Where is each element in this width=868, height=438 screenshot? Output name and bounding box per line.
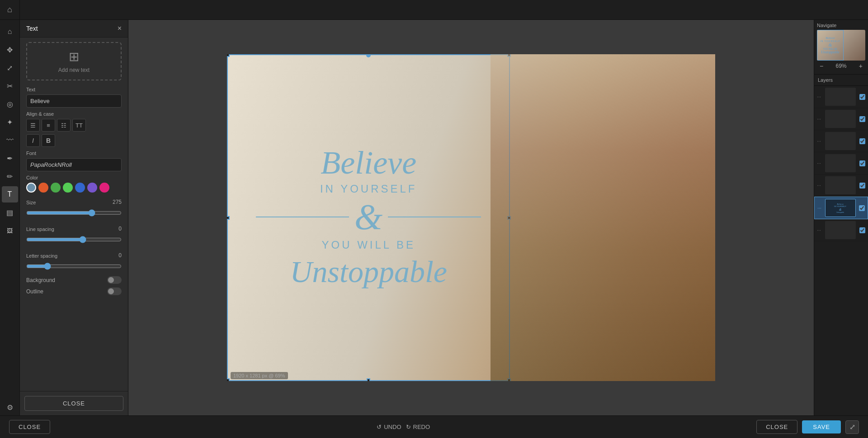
text-input[interactable]: [26, 94, 122, 108]
tool-eyedropper[interactable]: ✒: [2, 150, 18, 166]
tool-filter[interactable]: ◎: [2, 96, 18, 112]
color-swatch-3[interactable]: [63, 183, 73, 193]
size-slider[interactable]: [26, 209, 122, 217]
add-text-icon: ⊞: [69, 49, 79, 64]
size-label: Size: [26, 200, 36, 205]
italic-btn[interactable]: I: [26, 134, 40, 147]
layer-item-4[interactable]: ···: [814, 152, 868, 174]
home-icon[interactable]: ⌂: [0, 0, 20, 20]
layer-item-2[interactable]: ···: [814, 108, 868, 130]
color-swatch-0[interactable]: [26, 183, 36, 193]
tool-text[interactable]: T: [2, 186, 18, 203]
navigate-thumbnail[interactable]: Believe IN YOURSELF & YOU WILL BE Unstop…: [817, 30, 865, 61]
layers-header: Layers: [814, 75, 868, 86]
align-left-btn[interactable]: ☰: [26, 119, 40, 132]
layer-checkbox-1[interactable]: [859, 94, 865, 100]
line-spacing-slider-wrap: [26, 236, 122, 245]
panel-close-icon[interactable]: ×: [118, 24, 122, 33]
layer-item-1[interactable]: ···: [814, 86, 868, 108]
tool-home[interactable]: ⌂: [2, 24, 18, 40]
color-swatch-5[interactable]: [87, 183, 97, 193]
layer-checkbox-7[interactable]: [859, 227, 865, 233]
close-left-button[interactable]: CLOSE: [9, 420, 50, 434]
add-text-label: Add new text: [58, 67, 90, 73]
panel-header: Text ×: [20, 20, 128, 38]
layer-item-7[interactable]: ···: [814, 219, 868, 241]
outline-label: Outline: [26, 288, 43, 295]
layer-item-3[interactable]: ···: [814, 130, 868, 152]
tool-move[interactable]: ✥: [2, 42, 18, 58]
background-toggle[interactable]: [107, 276, 122, 284]
save-button[interactable]: SAVE: [802, 420, 841, 433]
align-center-btn[interactable]: ≡: [42, 119, 55, 132]
tool-effects[interactable]: ✦: [2, 114, 18, 130]
color-swatch-6[interactable]: [99, 183, 109, 193]
line-spacing-label: Line spacing: [26, 226, 54, 232]
layer-checkbox-5[interactable]: [859, 183, 865, 188]
redo-label: REDO: [413, 424, 430, 430]
background-label: Background: [26, 277, 55, 283]
canvas-image[interactable]: Believe IN YOURSELF & YOU WILL BE Unstop…: [227, 54, 715, 381]
letter-spacing-label: Letter spacing: [26, 253, 57, 259]
align-section-label: Align & case: [26, 111, 122, 117]
right-panel: Navigate Believe IN YOURSELF & YOU WILL …: [814, 20, 868, 415]
add-text-button[interactable]: ⊞ Add new text: [26, 42, 122, 80]
line-spacing-value: 0: [118, 226, 122, 232]
background-toggle-knob: [108, 277, 114, 283]
color-section-label: Color: [26, 175, 122, 180]
align-right-btn[interactable]: ☷: [57, 119, 71, 132]
left-panel: Text × ⊞ Add new text Text Align & case …: [20, 20, 128, 415]
redo-button[interactable]: ↻ REDO: [406, 424, 430, 430]
layer-item-6[interactable]: ··· Believe IN YOURSELF & Unstoppable: [814, 197, 868, 219]
color-swatch-1[interactable]: [38, 183, 48, 193]
canvas-text-in-yourself: IN YOURSELF: [320, 183, 417, 195]
layer-checkbox-2[interactable]: [859, 116, 865, 122]
tool-crop[interactable]: ✂: [2, 78, 18, 94]
tool-transform[interactable]: ⤢: [2, 60, 18, 76]
panel-title: Text: [26, 25, 38, 32]
tools-sidebar: ⌂ ✥ ⤢ ✂ ◎ ✦ 〰 ✒ ✏ T ▤ 🖼 ⚙: [0, 20, 20, 415]
letter-spacing-slider[interactable]: [26, 263, 122, 270]
bold-btn[interactable]: B: [42, 134, 55, 147]
expand-icon[interactable]: ⤢: [845, 420, 859, 434]
undo-button[interactable]: ↺ UNDO: [377, 424, 401, 430]
bottom-right: CLOSE SAVE ⤢: [756, 420, 859, 434]
background-row: Background: [26, 276, 122, 284]
layer-checkbox-4[interactable]: [859, 160, 865, 166]
align-row: ☰ ≡ ☷ TT: [26, 119, 122, 132]
layer-thumb-3: [825, 132, 856, 150]
tool-image[interactable]: 🖼: [2, 222, 18, 239]
size-slider-wrap: [26, 209, 122, 218]
panel-content: ⊞ Add new text Text Align & case ☰ ≡ ☷ T…: [20, 38, 128, 391]
tool-draw[interactable]: 〰: [2, 132, 18, 148]
navigate-section: Navigate Believe IN YOURSELF & YOU WILL …: [814, 20, 868, 75]
color-swatch-4[interactable]: [75, 183, 85, 193]
layer-checkbox-6[interactable]: [859, 205, 865, 211]
line-spacing-slider[interactable]: [26, 236, 122, 243]
canvas-area: Believe IN YOURSELF & YOU WILL BE Unstop…: [128, 20, 814, 415]
outline-row: Outline: [26, 287, 122, 295]
layer-thumb-6: Believe IN YOURSELF & Unstoppable: [825, 199, 856, 217]
redo-arrow-icon: ↻: [406, 424, 411, 430]
style-row: I B: [26, 134, 122, 147]
tool-settings[interactable]: ⚙: [2, 399, 18, 415]
letter-spacing-value: 0: [118, 252, 122, 259]
close-right-button[interactable]: CLOSE: [756, 420, 797, 434]
canvas-wrap: Believe IN YOURSELF & YOU WILL BE Unstop…: [128, 20, 814, 415]
tool-layers[interactable]: ▤: [2, 204, 18, 221]
line-spacing-row: Line spacing 0: [26, 223, 122, 234]
zoom-plus-btn[interactable]: +: [859, 62, 863, 70]
outline-toggle[interactable]: [107, 287, 122, 295]
panel-close-button[interactable]: CLOSE: [24, 396, 123, 411]
color-swatch-2[interactable]: [51, 183, 61, 193]
undo-arrow-icon: ↺: [377, 424, 382, 430]
top-bar: ⌂: [0, 0, 868, 20]
tool-pen[interactable]: ✏: [2, 168, 18, 184]
zoom-minus-btn[interactable]: −: [820, 62, 823, 70]
layer-checkbox-3[interactable]: [859, 138, 865, 144]
text-transform-btn[interactable]: TT: [72, 119, 86, 132]
font-input[interactable]: [26, 158, 122, 171]
text-section-label: Text: [26, 87, 122, 92]
layer-thumb-2: [825, 110, 856, 128]
layer-item-5[interactable]: ···: [814, 174, 868, 197]
